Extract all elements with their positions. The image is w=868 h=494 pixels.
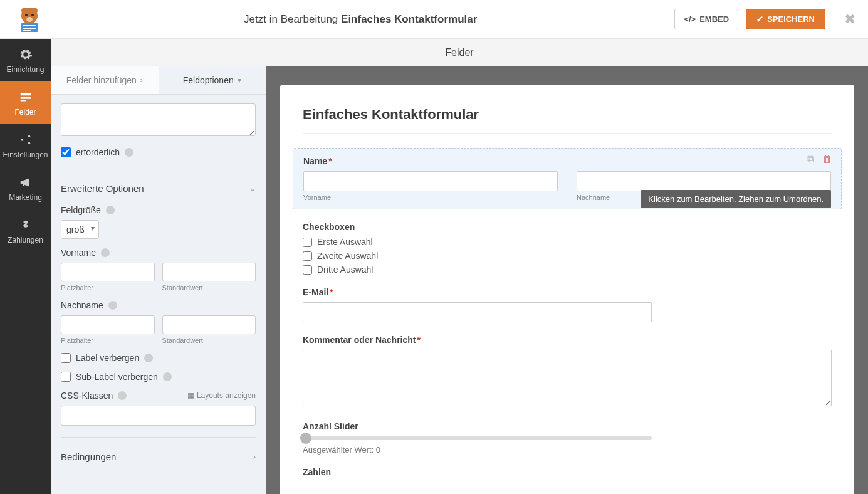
save-button[interactable]: ✔ SPEICHERN [746,9,825,29]
help-icon[interactable] [106,206,115,214]
field-comment[interactable]: Kommentar oder Nachricht* [303,335,832,409]
checkboxes-label: Checkboxen [303,222,832,232]
field-name[interactable]: ⧉ 🗑 Name* Vorname Nachname Klicken zum B… [293,148,842,209]
tab-add-fields[interactable]: Felder hinzufügen› [51,66,159,94]
chevron-down-icon: ▾ [238,76,241,85]
default-sublabel: Standardwert [162,337,256,344]
field-size-label: Feldgröße [61,205,101,215]
duplicate-icon[interactable]: ⧉ [807,154,817,164]
delete-icon[interactable]: 🗑 [822,154,832,164]
help-icon[interactable] [101,248,110,257]
svg-point-13 [28,135,30,138]
chevron-right-icon: › [140,76,143,85]
hide-label-checkbox[interactable] [61,353,71,363]
panel-scroll[interactable]: erforderlich Erweiterte Optionen⌄ Feldgr… [51,95,266,494]
checkbox-1-label: Erste Auswahl [317,237,373,247]
svg-rect-12 [20,100,26,102]
required-checkbox[interactable] [61,147,71,157]
help-icon[interactable] [118,391,127,400]
lastname-placeholder-input[interactable] [61,315,155,334]
grid-icon: ▦ [187,391,194,400]
default-sublabel: Standardwert [162,284,256,292]
required-asterisk: * [328,156,332,166]
required-label: erforderlich [76,147,120,157]
code-icon: </> [684,14,696,24]
firstname-sublabel: Vorname [303,194,558,201]
checkbox-3-label: Dritte Auswahl [317,265,373,275]
checkbox-2-label: Zweite Auswahl [317,251,378,261]
svg-rect-10 [20,93,31,96]
field-size-select[interactable]: groß [61,220,99,239]
slider-label: Anzahl Slider [303,421,832,431]
svg-point-15 [28,142,30,145]
placeholder-sublabel: Platzhalter [61,284,155,292]
nav-payments[interactable]: Zahlungen [0,209,51,252]
tab-field-options[interactable]: Feldoptionen▾ [159,66,266,94]
comment-label: Kommentar oder Nachricht [303,335,416,345]
field-email[interactable]: E-Mail* [303,287,832,322]
firstname-placeholder-input[interactable] [61,263,155,281]
field-numbers[interactable]: Zahlen [303,467,832,477]
help-icon[interactable] [144,354,153,362]
svg-rect-7 [23,25,36,26]
logo [13,4,46,34]
email-input[interactable] [303,302,652,322]
required-asterisk: * [417,335,420,345]
firstname-label: Vorname [61,248,96,258]
slider-track[interactable] [303,436,652,440]
check-icon: ✔ [756,14,763,24]
checkbox-3[interactable] [303,265,312,275]
help-icon[interactable] [163,372,172,381]
slider-thumb[interactable] [300,433,311,444]
css-classes-label: CSS-Klassen [61,391,113,401]
left-nav: Einrichtung Felder Einstellungen Marketi… [0,39,51,494]
lastname-label: Nachname [61,300,103,310]
name-label: Name [303,156,327,166]
checkbox-1[interactable] [303,238,312,247]
preview-area: Einfaches Kontaktformular ⧉ 🗑 Name* Vorn… [266,66,868,494]
description-textarea[interactable] [61,103,256,136]
divider [61,169,256,169]
field-checkboxes[interactable]: Checkboxen Erste Auswahl Zweite Auswahl … [303,222,832,275]
nav-marketing[interactable]: Marketing [0,167,51,209]
placeholder-sublabel: Platzhalter [61,337,155,344]
conditions-toggle[interactable]: Bedingungen› [61,449,256,465]
layouts-link[interactable]: ▦Layouts anzeigen [187,391,256,400]
firstname-input[interactable] [303,171,558,191]
advanced-toggle[interactable]: Erweiterte Optionen⌄ [61,181,256,196]
firstname-default-input[interactable] [162,263,256,281]
close-icon[interactable]: ✖ [844,11,855,28]
form-title: Einfaches Kontaktformular [303,107,832,134]
lastname-default-input[interactable] [162,315,256,334]
svg-point-2 [31,8,38,14]
checkbox-2[interactable] [303,251,312,261]
svg-point-3 [25,14,28,16]
nav-settings[interactable]: Einstellungen [0,124,51,167]
svg-point-5 [26,17,33,22]
subheader: Felder [51,39,868,66]
side-panel: Felder hinzufügen› Feldoptionen▾ erforde… [51,66,266,494]
numbers-label: Zahlen [303,467,832,477]
hide-label-text: Label verbergen [76,353,139,363]
css-classes-input[interactable] [61,406,256,426]
svg-rect-8 [23,28,36,29]
nav-setup[interactable]: Einrichtung [0,39,51,81]
nav-fields[interactable]: Felder [0,81,51,124]
divider [61,437,256,438]
svg-rect-11 [20,97,31,99]
hide-sublabel-text: Sub-Label verbergen [76,372,158,382]
email-label: E-Mail [303,287,328,297]
help-icon[interactable] [125,148,133,157]
field-slider[interactable]: Anzahl Slider Ausgewählter Wert: 0 [303,421,832,455]
embed-button[interactable]: </> EMBED [674,9,738,29]
svg-point-14 [21,139,23,141]
svg-rect-9 [23,30,31,31]
comment-textarea[interactable] [303,350,832,406]
topbar: Jetzt in Bearbeitung Einfaches Kontaktfo… [0,0,868,39]
required-asterisk: * [330,287,333,297]
help-icon[interactable] [108,301,117,310]
svg-point-1 [21,8,28,14]
lastname-input[interactable] [577,171,831,191]
hide-sublabel-checkbox[interactable] [61,372,71,382]
chevron-right-icon: › [253,453,256,461]
